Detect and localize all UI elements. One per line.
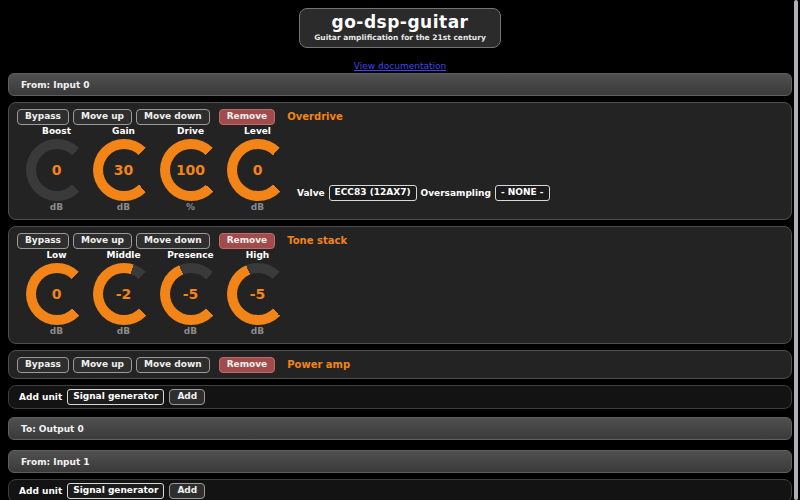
knob-face: 0 (36, 273, 78, 315)
bypass-button[interactable]: Bypass (17, 109, 69, 125)
knob-unit-label: dB (157, 326, 224, 338)
move-up-button[interactable]: Move up (73, 357, 132, 373)
add-unit-panel-0: Add unit Signal generator Add (8, 385, 792, 409)
knob-value: 0 (253, 162, 263, 178)
move-down-button[interactable]: Move down (136, 233, 210, 249)
overdrive-button-row: Bypass Move up Move down Remove Overdriv… (17, 108, 783, 125)
knob-face: 0 (36, 149, 78, 191)
knob-dial[interactable]: -5 (160, 263, 222, 325)
knob-unit-label: dB (90, 326, 157, 338)
knob-label: Middle (90, 250, 157, 262)
valve-select[interactable]: ECC83 (12AX7) (329, 185, 417, 201)
add-button[interactable]: Add (169, 483, 205, 499)
knob-dial[interactable]: 30 (93, 139, 155, 201)
knob-face: -2 (103, 273, 145, 315)
view-documentation-link[interactable]: View documentation (354, 61, 446, 71)
doc-link-row: View documentation (8, 54, 792, 65)
move-up-button[interactable]: Move up (73, 233, 132, 249)
knob-label: Drive (157, 126, 224, 138)
remove-button[interactable]: Remove (219, 357, 276, 373)
knob-value: -5 (183, 286, 199, 302)
unit-type-select[interactable]: Signal generator (67, 389, 164, 405)
knob-label: Level (224, 126, 291, 138)
knob-unit-label: dB (224, 202, 291, 214)
knob-unit-label: dB (90, 202, 157, 214)
unit-type-select[interactable]: Signal generator (67, 483, 164, 499)
knob-unit-label: % (157, 202, 224, 214)
knob-face: 30 (103, 149, 145, 191)
knob-label: Low (23, 250, 90, 262)
knob-unit-label: dB (23, 326, 90, 338)
unit-panel-tone-stack: Bypass Move up Move down Remove Tone sta… (8, 226, 792, 344)
knob-middle: Middle -2 dB (90, 250, 157, 338)
knob-low: Low 0 dB (23, 250, 90, 338)
oversampling-select[interactable]: - NONE - (495, 185, 550, 201)
vertical-scrollbar[interactable] (794, 0, 798, 500)
knob-dial[interactable]: 100 (160, 139, 222, 201)
bypass-button[interactable]: Bypass (17, 357, 69, 373)
overdrive-knob-row: Boost 0 dB Gain 30 dB Drive (23, 126, 783, 214)
to-output-0-label: To: Output 0 (21, 424, 84, 434)
masthead: go-dsp-guitar Guitar amplification for t… (8, 8, 792, 48)
knob-label: High (224, 250, 291, 262)
app-page: go-dsp-guitar Guitar amplification for t… (0, 0, 800, 500)
knob-dial[interactable]: -2 (93, 263, 155, 325)
move-down-button[interactable]: Move down (136, 357, 210, 373)
add-button[interactable]: Add (169, 389, 205, 405)
knob-label: Presence (157, 250, 224, 262)
knob-face: -5 (237, 273, 279, 315)
knob-label: Gain (90, 126, 157, 138)
tone-stack-knob-row: Low 0 dB Middle -2 dB Presence (23, 250, 783, 338)
from-input-1-bar: From: Input 1 (8, 450, 792, 473)
power-amp-button-row: Bypass Move up Move down Remove Power am… (17, 356, 783, 373)
bypass-button[interactable]: Bypass (17, 233, 69, 249)
tone-stack-button-row: Bypass Move up Move down Remove Tone sta… (17, 232, 783, 249)
unit-name-overdrive: Overdrive (287, 111, 343, 122)
knob-value: -5 (250, 286, 266, 302)
knob-high: High -5 dB (224, 250, 291, 338)
add-unit-panel-1: Add unit Signal generator Add (8, 479, 792, 500)
remove-button[interactable]: Remove (219, 109, 276, 125)
knob-face: 100 (170, 149, 212, 191)
knob-value: -2 (116, 286, 132, 302)
app-subtitle: Guitar amplification for the 21st centur… (314, 33, 486, 42)
remove-button[interactable]: Remove (219, 233, 276, 249)
knob-boost: Boost 0 dB (23, 126, 90, 214)
title-box: go-dsp-guitar Guitar amplification for t… (299, 8, 501, 48)
from-input-0-bar: From: Input 0 (8, 73, 792, 96)
add-unit-label: Add unit (19, 392, 62, 402)
knob-unit-label: dB (23, 202, 90, 214)
knob-gain: Gain 30 dB (90, 126, 157, 214)
knob-value: 30 (114, 162, 133, 178)
knob-label: Boost (23, 126, 90, 138)
from-input-0-label: From: Input 0 (21, 80, 90, 90)
app-title: go-dsp-guitar (314, 12, 486, 32)
knob-dial[interactable]: 0 (227, 139, 289, 201)
knob-unit-label: dB (224, 326, 291, 338)
knob-face: -5 (170, 273, 212, 315)
oversampling-label: Oversampling (421, 188, 491, 198)
valve-label: Valve (297, 188, 325, 198)
move-up-button[interactable]: Move up (73, 109, 132, 125)
unit-panel-power-amp: Bypass Move up Move down Remove Power am… (8, 350, 792, 379)
valve-row: Valve ECC83 (12AX7) Oversampling - NONE … (297, 185, 550, 201)
knob-presence: Presence -5 dB (157, 250, 224, 338)
knob-dial[interactable]: 0 (26, 139, 88, 201)
move-down-button[interactable]: Move down (136, 109, 210, 125)
knob-face: 0 (237, 149, 279, 191)
unit-name-power-amp: Power amp (287, 359, 350, 370)
knob-dial[interactable]: 0 (26, 263, 88, 325)
knob-value: 0 (52, 286, 62, 302)
knob-value: 0 (52, 162, 62, 178)
knob-value: 100 (176, 162, 205, 178)
to-output-0-bar: To: Output 0 (8, 417, 792, 440)
add-unit-label: Add unit (19, 486, 62, 496)
unit-name-tone-stack: Tone stack (287, 235, 347, 246)
knob-dial[interactable]: -5 (227, 263, 289, 325)
knob-level: Level 0 dB (224, 126, 291, 214)
knob-drive: Drive 100 % (157, 126, 224, 214)
unit-panel-overdrive: Bypass Move up Move down Remove Overdriv… (8, 102, 792, 220)
from-input-1-label: From: Input 1 (21, 457, 90, 467)
